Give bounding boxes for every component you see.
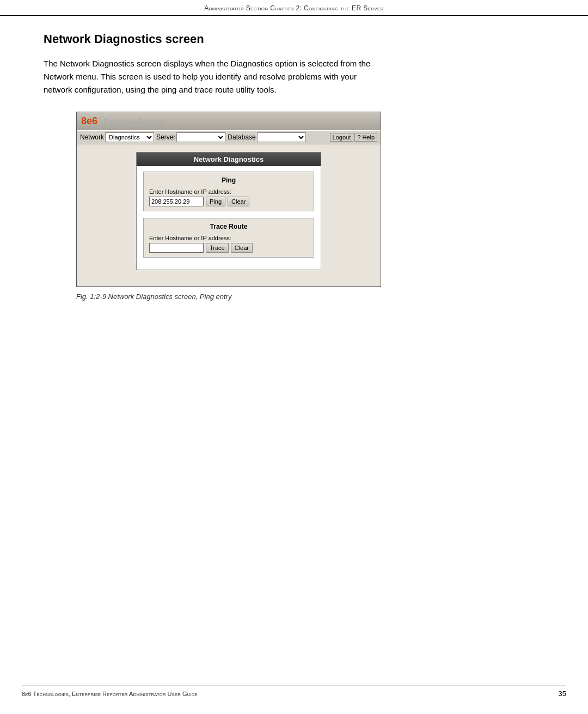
trace-hostname-input[interactable] (149, 243, 204, 253)
server-menu-wrap: Server (156, 132, 225, 142)
page-footer: 8e6 Technologies, Enterprise Reporter Ad… (22, 686, 566, 698)
section-description: The Network Diagnostics screen displays … (44, 57, 381, 96)
server-menu-label: Server (156, 133, 175, 141)
ping-button[interactable]: Ping (206, 197, 225, 206)
diag-panel-body: Ping Enter Hostname or IP address: Ping … (137, 166, 321, 270)
ping-clear-button[interactable]: Clear (228, 197, 249, 206)
network-menu-wrap: Network Diagnostics (80, 132, 154, 142)
logout-help-area: Logout ? Help (330, 133, 377, 142)
content-area: Network Diagnostics screen The Network D… (0, 16, 588, 322)
help-button[interactable]: ? Help (354, 133, 377, 142)
diag-panel: Network Diagnostics Ping Enter Hostname … (136, 152, 321, 270)
server-dropdown[interactable] (176, 132, 225, 142)
trace-section-title: Trace Route (149, 223, 308, 230)
logout-button[interactable]: Logout (330, 133, 354, 142)
diag-panel-title: Network Diagnostics (137, 152, 321, 166)
logo-brand: 8e6 (81, 115, 97, 126)
logo-product: Enterprise Reporter (103, 118, 165, 126)
app-window: 8e6 Enterprise Reporter Network Diagnost… (76, 112, 381, 287)
database-menu-label: Database (228, 133, 255, 141)
network-menu-label: Network (80, 133, 104, 141)
trace-input-row: Trace Clear (149, 243, 308, 253)
fig-caption: Fig. 1:2-9 Network Diagnostics screen, P… (76, 292, 544, 301)
trace-field-label: Enter Hostname or IP address: (149, 235, 308, 241)
ping-input-row: Ping Clear (149, 197, 308, 206)
ping-section-title: Ping (149, 176, 308, 184)
trace-section: Trace Route Enter Hostname or IP address… (143, 218, 314, 258)
database-menu-wrap: Database (228, 132, 305, 142)
header-text: Administrator Section Chapter 2: Configu… (204, 4, 384, 12)
ping-field-label: Enter Hostname or IP address: (149, 188, 308, 195)
footer-left: 8e6 Technologies, Enterprise Reporter Ad… (22, 691, 198, 697)
page-header: Administrator Section Chapter 2: Configu… (0, 0, 588, 16)
app-logo: 8e6 Enterprise Reporter (81, 115, 166, 127)
trace-clear-button[interactable]: Clear (231, 243, 253, 253)
app-content: Network Diagnostics Ping Enter Hostname … (77, 144, 381, 286)
section-title: Network Diagnostics screen (44, 32, 544, 46)
ping-hostname-input[interactable] (149, 197, 204, 206)
database-dropdown[interactable] (257, 132, 306, 142)
ping-section: Ping Enter Hostname or IP address: Ping … (143, 172, 314, 211)
network-dropdown[interactable]: Diagnostics (105, 132, 154, 142)
app-menubar: Network Diagnostics Server Database Logo… (77, 130, 381, 144)
footer-page-number: 35 (559, 689, 566, 698)
app-titlebar: 8e6 Enterprise Reporter (77, 112, 381, 130)
trace-button[interactable]: Trace (206, 243, 229, 253)
